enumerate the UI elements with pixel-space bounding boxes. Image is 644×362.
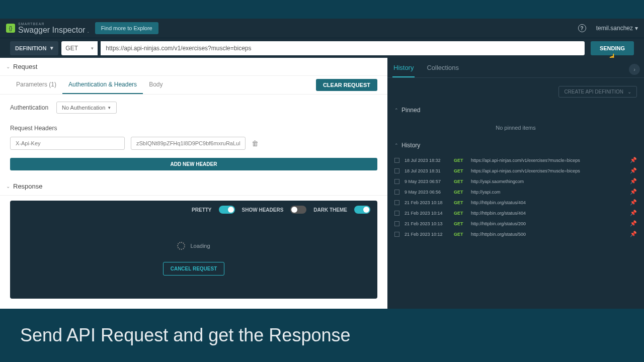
- chevron-down-icon: ▾: [635, 25, 638, 32]
- history-method: GET: [454, 221, 466, 226]
- history-url: http://httpbin.org/status/200: [471, 221, 625, 226]
- send-button[interactable]: SENDING ☝: [591, 41, 634, 55]
- chevron-up-icon: ⌃: [394, 143, 398, 148]
- pin-icon[interactable]: 📌: [630, 167, 637, 174]
- history-row[interactable]: 21 Feb 2023 10:13GEThttp://httpbin.org/s…: [394, 218, 637, 229]
- history-checkbox[interactable]: [394, 232, 399, 237]
- pin-icon[interactable]: 📌: [630, 210, 637, 216]
- history-method: GET: [454, 168, 466, 173]
- history-url: http://yapi.com: [471, 190, 625, 195]
- method-value: GET: [65, 45, 78, 52]
- history-method: GET: [454, 158, 466, 163]
- tab-collections[interactable]: Collections: [426, 64, 460, 77]
- pin-icon[interactable]: 📌: [630, 199, 637, 206]
- pin-icon[interactable]: 📌: [630, 231, 637, 237]
- loading-spinner: Loading: [177, 242, 210, 250]
- show-headers-label: SHOW HEADERS: [242, 207, 284, 213]
- history-method: GET: [454, 179, 466, 184]
- url-input[interactable]: [101, 41, 585, 55]
- response-section-header[interactable]: ⌄ Response: [0, 177, 387, 196]
- history-checkbox[interactable]: [394, 168, 399, 173]
- history-method: GET: [454, 232, 466, 237]
- find-more-button[interactable]: Find more to Explore: [95, 22, 158, 34]
- history-time: 21 Feb 2023 10:12: [405, 232, 449, 237]
- history-row[interactable]: 18 Jul 2023 18:31GEThttps://api.api-ninj…: [394, 165, 637, 176]
- history-method: GET: [454, 211, 466, 216]
- request-title: Request: [13, 63, 37, 70]
- history-checkbox[interactable]: [394, 221, 399, 226]
- history-checkbox[interactable]: [394, 211, 399, 216]
- clear-request-button[interactable]: CLEAR REQUEST: [316, 79, 377, 91]
- dark-theme-toggle[interactable]: [354, 206, 370, 214]
- trash-icon[interactable]: 🗑: [252, 139, 259, 147]
- chevron-up-icon: ⌃: [394, 108, 398, 113]
- history-row[interactable]: 18 Jul 2023 18:32GEThttps://api.api-ninj…: [394, 155, 637, 165]
- history-method: GET: [454, 190, 466, 195]
- history-time: 21 Feb 2023 10:18: [405, 200, 449, 205]
- history-row[interactable]: 9 May 2023 06:57GEThttp://yapi.saomethin…: [394, 176, 637, 187]
- brand-name: Swagger Inspector: [18, 26, 85, 34]
- logo: {} SMARTBEAR Swagger Inspector .: [6, 22, 89, 35]
- pin-icon[interactable]: 📌: [630, 220, 637, 227]
- method-select[interactable]: GET ▾: [61, 41, 98, 55]
- brand-small: SMARTBEAR: [18, 22, 89, 26]
- history-row[interactable]: 21 Feb 2023 10:12GEThttp://httpbin.org/s…: [394, 229, 637, 239]
- swagger-icon: {}: [6, 24, 15, 33]
- history-checkbox[interactable]: [394, 200, 399, 205]
- definition-button[interactable]: DEFINITION ▾: [10, 41, 58, 55]
- caption: Send API Request and get the Response: [0, 309, 644, 362]
- expand-panel-button[interactable]: ›: [629, 64, 640, 75]
- pin-icon[interactable]: 📌: [630, 178, 637, 185]
- history-checkbox[interactable]: [394, 190, 399, 195]
- help-icon[interactable]: ?: [578, 24, 586, 32]
- show-headers-toggle[interactable]: [290, 206, 306, 214]
- browser-topbar: [0, 0, 644, 19]
- header-value-input[interactable]: [131, 137, 246, 150]
- history-url: https://api.api-ninjas.com/v1/exercises?…: [471, 168, 625, 173]
- response-title: Response: [13, 183, 43, 190]
- history-time: 18 Jul 2023 18:31: [405, 168, 449, 173]
- create-api-definition-button[interactable]: CREATE API DEFINITION ⌄: [558, 86, 637, 98]
- history-time: 21 Feb 2023 10:14: [405, 211, 449, 216]
- user-menu[interactable]: temil.sanchez ▾: [596, 25, 638, 32]
- pretty-toggle[interactable]: [219, 206, 235, 214]
- tab-body[interactable]: Body: [143, 76, 169, 94]
- auth-select[interactable]: No Authentication ▼: [56, 102, 117, 114]
- send-label: SENDING: [600, 45, 625, 51]
- history-time: 9 May 2023 06:57: [405, 179, 449, 184]
- history-checkbox[interactable]: [394, 158, 399, 163]
- add-header-button[interactable]: ADD NEW HEADER: [10, 158, 377, 170]
- pin-icon[interactable]: 📌: [630, 157, 637, 163]
- pin-icon[interactable]: 📌: [630, 189, 637, 195]
- auth-value: No Authentication: [62, 105, 105, 111]
- history-url: http://httpbin.org/status/404: [471, 211, 625, 216]
- history-url: http://yapi.saomethingcom: [471, 179, 625, 184]
- chevron-down-icon: ▾: [91, 46, 94, 51]
- chevron-down-icon: ▾: [50, 45, 53, 51]
- tab-parameters[interactable]: Parameters (1): [10, 76, 62, 94]
- history-checkbox[interactable]: [394, 179, 399, 184]
- request-tabs: Parameters (1) Authentication & Headers …: [0, 76, 387, 95]
- history-row[interactable]: 21 Feb 2023 10:18GEThttp://httpbin.org/s…: [394, 197, 637, 208]
- pinned-section-header[interactable]: ⌃ Pinned: [387, 103, 644, 118]
- history-row[interactable]: 9 May 2023 06:56GEThttp://yapi.com📌: [394, 187, 637, 197]
- history-time: 18 Jul 2023 18:32: [405, 158, 449, 163]
- request-bar: DEFINITION ▾ GET ▾ SENDING ☝: [0, 38, 644, 58]
- history-url: http://httpbin.org/status/500: [471, 232, 625, 237]
- history-section-header[interactable]: ⌃ History: [387, 138, 644, 153]
- request-section-header[interactable]: ⌄ Request: [0, 58, 387, 76]
- history-row[interactable]: 21 Feb 2023 10:14GEThttp://httpbin.org/s…: [394, 208, 637, 218]
- no-pinned-text: No pinned items: [387, 118, 644, 138]
- header-row: 🗑: [0, 137, 387, 155]
- create-def-label: CREATE API DEFINITION: [564, 89, 623, 95]
- username: temil.sanchez: [596, 25, 633, 32]
- chevron-down-icon: ⌄: [6, 184, 10, 189]
- app-header: {} SMARTBEAR Swagger Inspector . Find mo…: [0, 19, 644, 38]
- loading-label: Loading: [190, 243, 210, 249]
- history-url: https://api.api-ninjas.com/v1/exercises?…: [471, 158, 625, 163]
- cancel-request-button[interactable]: CANCEL REQUEST: [163, 262, 225, 276]
- header-key-input[interactable]: [10, 137, 125, 150]
- tab-auth-headers[interactable]: Authentication & Headers: [62, 76, 143, 94]
- spinner-icon: [177, 242, 185, 250]
- tab-history[interactable]: History: [392, 64, 415, 77]
